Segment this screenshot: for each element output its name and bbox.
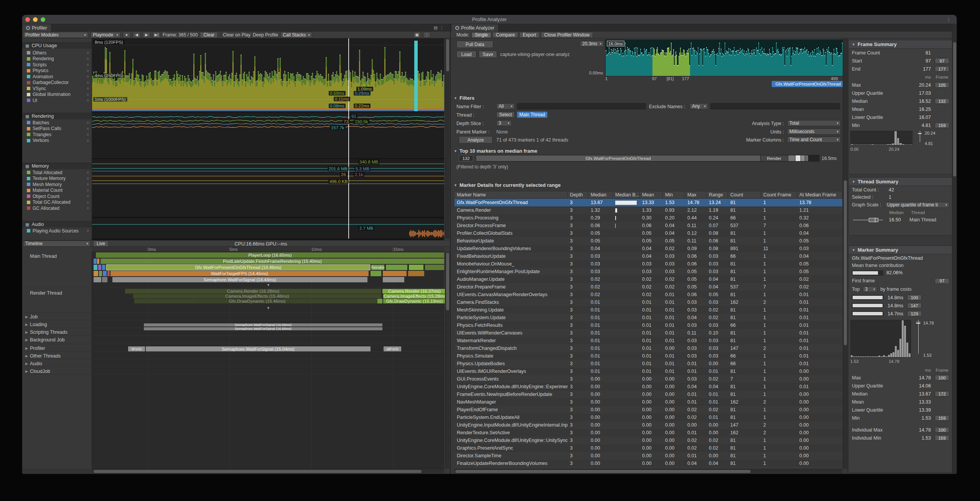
drag-handle-icon[interactable]: ≡ [87,51,89,55]
timeline-marker-bar[interactable]: Gfx.WaitForPresentOnGfxThread (14.46ms) [106,265,370,270]
drag-handle-icon[interactable]: ≡ [87,63,89,67]
timeline-marker-bar[interactable]: itForSi [128,346,145,351]
drag-handle-icon[interactable]: ≡ [87,200,89,204]
expand-arrow-icon[interactable]: ▶ [25,354,28,358]
legend-item[interactable]: Global Illumination ≡ [22,92,92,98]
legend-item[interactable]: UI ≡ [22,97,92,104]
top10-bar[interactable]: Gfx.WaitForPresentOnGfxThreadRender [476,155,819,162]
timeline-marker-bar[interactable] [103,271,107,276]
legend-item[interactable]: Texture Memory ≡ [22,176,92,182]
marker-row[interactable]: FixedBehaviourUpdate 3 0.03 0.04 0.03 0.… [455,252,842,260]
drag-handle-icon[interactable]: ≡ [87,81,89,85]
goto-frame-button[interactable]: 159 [935,122,949,128]
timeline-hscrollbar[interactable] [92,469,444,473]
marker-row[interactable]: UIEvents.IMGUIRenderOverlays 3 0.01 0.01… [455,368,842,375]
timeline-marker-bar[interactable] [94,277,101,282]
drag-handle-icon[interactable]: ≡ [87,120,89,125]
drag-handle-icon[interactable]: ≡ [87,170,89,175]
legend-item[interactable]: GarbageCollector ≡ [22,80,92,86]
legend-item[interactable]: Total Allocated ≡ [22,170,92,176]
marker-row[interactable]: FinalizeUpdateRendererBoundingVolumes 3 … [455,460,842,467]
timeline-marker-bar[interactable] [99,271,102,276]
drag-handle-icon[interactable]: ≡ [87,98,89,102]
timeline-marker-bar[interactable]: Gfx.DrawDynamic (15.19ms) [383,299,446,303]
pull-data-button[interactable]: Pull Data [456,41,493,48]
marker-row[interactable]: Graphics.PresentAndSync 3 0.00 0.00 0.00… [455,444,842,452]
scrollbar-thumb[interactable] [953,42,956,176]
timeline-marker-bar[interactable] [94,271,98,276]
legend-item[interactable]: Physics ≡ [22,68,92,74]
column-header[interactable]: At Median Frame [797,191,842,199]
scrollbar-thumb[interactable] [455,470,751,473]
table-hscrollbar[interactable] [455,469,842,473]
chart-scale-dropdown[interactable]: 20.3ms [580,41,604,47]
drag-handle-icon[interactable]: ≡ [87,182,89,186]
goto-frame-button[interactable]: 172 [935,391,949,397]
column-header[interactable]: Marker Name [455,191,568,199]
timeline-marker-bar[interactable]: Semaphore.WaitForSignal (15.04ms) [146,346,371,351]
live-toggle[interactable]: Live [93,241,109,247]
marker-row[interactable]: WatermarkRender 3 0.01 0.01 0.01 0.03 0.… [455,337,842,344]
timeline-marker-bar[interactable]: Camera.ImageEffects (15.28ms) [383,294,448,298]
goto-frame-button[interactable]: 147 [907,303,922,308]
timeline-marker-bar[interactable]: Semaphore.WaitForSignal (14.44ms) [112,277,367,282]
scrollbar-thumb[interactable] [446,39,449,71]
profiler-menu-icon[interactable]: ⋮ [423,32,431,38]
timeline-marker-bar[interactable] [409,265,423,270]
timeline-marker-bar[interactable]: PlayerLoop (16.65ms) [96,252,444,258]
scrollbar-thumb[interactable] [446,253,449,310]
marker-row[interactable]: Monobehaviour.OnMouse_ 3 0.03 0.03 0.03 … [455,260,842,268]
profiler-layout-icon[interactable]: ▣ [413,32,421,38]
marker-row[interactable]: UnityEngine.CoreModule.dll!UnityEngine::… [455,383,842,391]
window-vscrollbar[interactable] [952,24,957,474]
memory-chart[interactable] [92,159,444,217]
marker-row[interactable]: Physics.FetchResults 3 0.01 0.01 0.01 0.… [455,321,842,329]
analyzer-vscrollbar[interactable] [843,38,847,469]
top10-segment[interactable] [801,155,805,161]
deep-profile-toggle[interactable]: Deep Profile [253,32,278,38]
expand-arrow-icon[interactable]: ▶ [25,330,28,334]
goto-frame-button[interactable]: 97 [935,278,949,284]
legend-item[interactable]: Playing Audio Sources ≡ [22,228,92,234]
marker-histogram[interactable] [850,320,911,358]
top10-segment[interactable] [788,155,796,161]
current-frame-icon[interactable]: ▶| [153,32,160,38]
view-mode-dropdown[interactable]: Timeline [23,241,91,247]
legend-item[interactable]: VSync ≡ [22,86,92,92]
filters-foldout[interactable]: Filters [454,95,474,101]
top10-segment[interactable]: Render [761,155,788,161]
expand-arrow-icon[interactable]: ▶ [25,346,28,350]
drag-handle-icon[interactable]: ≡ [87,132,89,137]
column-header[interactable]: Min [663,191,685,199]
name-filter-input[interactable] [517,103,646,109]
module-header-cpu[interactable]: CPU Usage [22,42,92,49]
frame-time-chart[interactable] [605,40,844,76]
timeline-ruler[interactable]: 0ms5ms10ms15ms [92,247,444,252]
expand-arrow-icon[interactable]: ▶ [25,362,28,366]
thread-row-label[interactable]: ▶ Job [22,314,92,320]
analyze-button[interactable]: Analyze [459,136,492,143]
marker-row[interactable]: UnityEngine.InputModule.dll!UnityEngineI… [455,421,842,429]
timeline-marker-bar[interactable] [425,265,444,270]
marker-row[interactable]: MeshSkinning.Update 3 0.01 0.01 0.01 0.0… [455,306,842,314]
call-stacks-dropdown[interactable]: Call Stacks [280,32,312,38]
column-header[interactable]: Mean [640,191,663,199]
legend-item[interactable]: Rendering ≡ [22,56,92,62]
timeline-marker-bar[interactable] [408,271,424,276]
timeline-marker-bar[interactable]: aitForSi [384,346,401,351]
drag-handle-icon[interactable]: ≡ [87,206,89,210]
marker-row[interactable]: Camera.FindStacks 3 0.01 0.01 0.01 0.03 … [455,298,842,306]
marker-row[interactable]: UIEvents.CanvasManagerRenderOverlays 3 0… [455,291,842,298]
profiler-modules-dropdown[interactable]: Profiler Modules [23,32,88,38]
column-header[interactable]: Median [588,191,613,199]
goto-frame-button[interactable]: 159 [935,435,949,441]
timeline-marker-bar[interactable]: Camera.ImageEffects (15.48ms) [133,294,381,298]
thread-row-label[interactable]: Main Thread [22,253,92,259]
analysis-type-dropdown[interactable]: Total [787,120,841,126]
legend-item[interactable]: Material Count ≡ [22,188,92,194]
thread-select-button[interactable]: Select [496,112,515,118]
expand-arrow-icon[interactable]: ▶ [25,369,28,373]
legend-item[interactable]: Others ≡ [22,50,92,56]
frame-histogram[interactable] [850,131,912,145]
timeline-marker-bar[interactable]: Semaphore.WaitForSignal (16.66ms) [144,323,382,326]
